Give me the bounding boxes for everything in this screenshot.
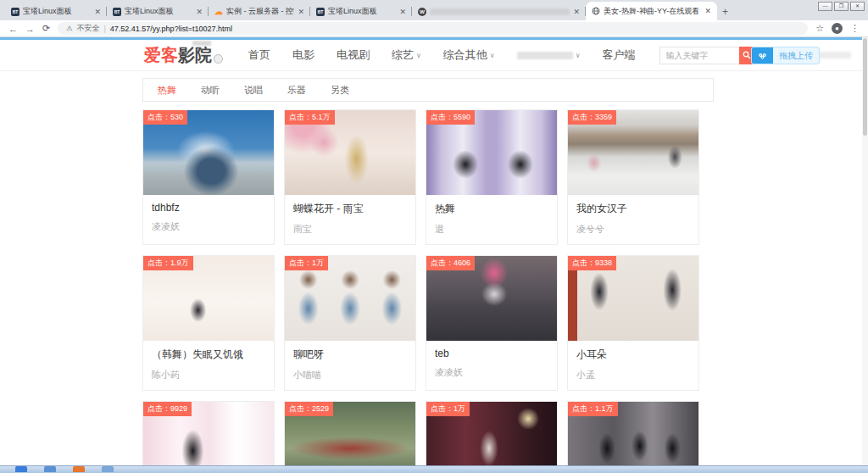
bookmark-star-icon[interactable]: ☆ [815, 23, 824, 34]
forward-icon[interactable]: → [25, 24, 35, 34]
video-thumbnail[interactable]: 点击：9338 [568, 256, 698, 341]
taskbar-start-icon[interactable] [15, 466, 27, 472]
redacted-text [517, 52, 573, 59]
video-title[interactable]: tdhbfz [152, 202, 265, 214]
video-title[interactable]: teb [435, 348, 548, 359]
video-title[interactable]: 我的女汉子 [576, 202, 690, 216]
filter-item-melodic[interactable]: 动听 [201, 84, 220, 97]
filter-item-alternative[interactable]: 另类 [331, 84, 349, 97]
browser-tab[interactable]: BT 宝塔Linux面板 ✕ [5, 3, 107, 20]
video-card[interactable]: 点击：530 tdhbfz 凌凌妖 [142, 109, 275, 245]
profile-avatar[interactable]: ● [832, 23, 843, 34]
address-bar: ← → ⟳ ⚠ 不安全 | 47.52.41.57/yy.php?list=t1… [0, 20, 868, 37]
video-author[interactable]: 凌凌妖 [435, 366, 548, 379]
nav-item-tv[interactable]: 电视剧 [337, 47, 370, 63]
video-author[interactable]: 退 [435, 223, 548, 236]
video-card[interactable]: 点击：2529 梦伶图 [284, 401, 416, 473]
video-title[interactable]: 聊吧呀 [293, 348, 407, 362]
bt-panel-icon: BT [316, 8, 325, 16]
video-card[interactable]: 点击：5590 热舞 退 [426, 109, 558, 245]
video-thumbnail[interactable]: 点击：530 [143, 110, 274, 195]
taskbar-app-icon[interactable] [102, 466, 114, 472]
page-viewport: 爱客影院 首页 电影 电视剧 综艺∨ 综合其他∨ ∨ 客户端 [0, 37, 868, 473]
video-card[interactable]: 点击：1万 hush [426, 401, 558, 473]
tab-title: 宝塔Linux面板 [328, 6, 396, 17]
tab-close-icon[interactable]: ✕ [704, 7, 711, 15]
video-card[interactable]: 点击：9338 小耳朵 小孟 [567, 255, 699, 391]
video-card[interactable]: 点击：1.1万 魅惑的性感小野猫-若蓝热舞 [567, 401, 699, 473]
browser-tab[interactable]: ☁ 实例 - 云服务器 - 控制台 ✕ [209, 3, 310, 20]
wordpress-icon: W [418, 8, 426, 16]
site-logo[interactable]: 爱客影院 [144, 47, 223, 64]
video-author[interactable]: 雨宝 [293, 223, 407, 236]
page-url[interactable]: 47.52.41.57/yy.php?list=t10027.html [110, 25, 232, 33]
taskbar-app-icon[interactable] [44, 466, 56, 472]
video-author[interactable]: 小孟 [576, 369, 690, 381]
video-author[interactable]: 凌兮兮 [576, 223, 690, 236]
video-card[interactable]: 点击：1万 聊吧呀 小喵喵 [284, 255, 416, 391]
tab-close-icon[interactable]: ✕ [196, 8, 203, 16]
video-card[interactable]: 点击：1.9万 （韩舞）失眠又饥饿 陈小药 [142, 255, 275, 391]
back-icon[interactable]: ← [8, 24, 18, 34]
video-author[interactable]: 陈小药 [152, 369, 265, 381]
video-thumbnail[interactable]: 点击：5590 [426, 110, 557, 195]
search-input[interactable] [659, 47, 739, 64]
tab-close-icon[interactable]: ✕ [94, 8, 101, 16]
nav-item-other[interactable]: 综合其他∨ [443, 47, 495, 63]
filter-item-hot-dance[interactable]: 热舞 [158, 84, 176, 97]
video-title[interactable]: 蝴蝶花开 - 雨宝 [293, 202, 407, 216]
tab-close-icon[interactable]: ✕ [399, 8, 406, 16]
content-container: 热舞 动听 说唱 乐器 另类 点击：530 tdhbfz 凌凌妖 点击：5.1万 [142, 78, 714, 473]
browser-tab[interactable]: BT 宝塔Linux面板 ✕ [310, 3, 412, 20]
browser-tab-active[interactable]: 美女-热舞-神曲-YY-在线观看 ✕ [586, 2, 717, 20]
video-author[interactable]: 小喵喵 [293, 369, 407, 381]
nav-item-movies[interactable]: 电影 [292, 47, 314, 63]
video-title[interactable]: 小耳朵 [576, 348, 690, 362]
video-thumbnail[interactable]: 点击：3359 [568, 110, 698, 195]
security-label[interactable]: 不安全 [76, 23, 99, 34]
filter-item-instrument[interactable]: 乐器 [287, 84, 306, 97]
nav-item-redacted[interactable]: ∨ [517, 52, 581, 59]
video-info: 小耳朵 小孟 [568, 341, 698, 390]
url-bar[interactable]: ⚠ 不安全 | 47.52.41.57/yy.php?list=t10027.h… [58, 22, 808, 35]
scrollbar-thumb[interactable] [863, 38, 867, 136]
video-thumbnail[interactable]: 点击：5.1万 [285, 110, 415, 195]
video-title[interactable]: （韩舞）失眠又饥饿 [152, 348, 265, 362]
taskbar-app-icon[interactable] [73, 466, 85, 472]
video-thumbnail[interactable]: 点击：1.1万 [568, 402, 698, 473]
upload-button[interactable]: 拖拽上传 [751, 47, 820, 64]
nav-item-home[interactable]: 首页 [248, 47, 270, 63]
browser-tab[interactable]: BT 宝塔Linux面板 ✕ [107, 3, 209, 20]
new-tab-button[interactable]: + [722, 6, 728, 18]
window-restore-button[interactable]: ❐ [834, 2, 849, 11]
video-title[interactable]: 热舞 [435, 202, 548, 216]
browser-tab[interactable]: W ✕ [412, 3, 586, 20]
video-thumbnail[interactable]: 点击：1万 [426, 402, 557, 473]
video-card[interactable]: 点击：3359 我的女汉子 凌兮兮 [567, 109, 699, 245]
video-thumbnail[interactable]: 点击：2529 [285, 402, 415, 473]
filter-item-rap[interactable]: 说唱 [244, 84, 263, 97]
video-thumbnail[interactable]: 点击：9929 [143, 402, 274, 473]
video-card[interactable]: 点击：9929 曼妮3 [142, 401, 275, 473]
tab-close-icon[interactable]: ✕ [573, 8, 580, 16]
video-thumbnail[interactable]: 点击：1.9万 [143, 256, 274, 341]
video-card[interactable]: 点击：5.1万 蝴蝶花开 - 雨宝 雨宝 [284, 109, 416, 245]
nav-item-variety[interactable]: 综艺∨ [392, 47, 421, 63]
logo-superscript-redacted [192, 41, 211, 46]
chevron-down-icon: ∨ [576, 52, 581, 59]
windows-taskbar[interactable] [0, 465, 868, 473]
tab-close-icon[interactable]: ✕ [298, 8, 304, 16]
nav-item-client[interactable]: 客户端 [603, 47, 636, 63]
refresh-icon[interactable]: ⟳ [42, 23, 50, 34]
video-thumbnail[interactable]: 点击：4606 [426, 256, 557, 341]
video-author[interactable]: 凌凌妖 [152, 220, 265, 233]
browser-menu-icon[interactable]: ⋮ [850, 23, 860, 34]
address-bar-actions: ☆ ● ⋮ [815, 23, 860, 34]
view-count-badge: 点击：3359 [568, 110, 616, 125]
window-close-button[interactable]: ✕ [850, 2, 865, 11]
video-thumbnail[interactable]: 点击：1万 [285, 256, 415, 341]
video-card[interactable]: 点击：4606 teb 凌凌妖 [426, 255, 558, 391]
tab-title: 宝塔Linux面板 [125, 6, 192, 17]
page-scrollbar[interactable] [862, 37, 868, 473]
window-minimize-button[interactable]: — [818, 2, 832, 11]
